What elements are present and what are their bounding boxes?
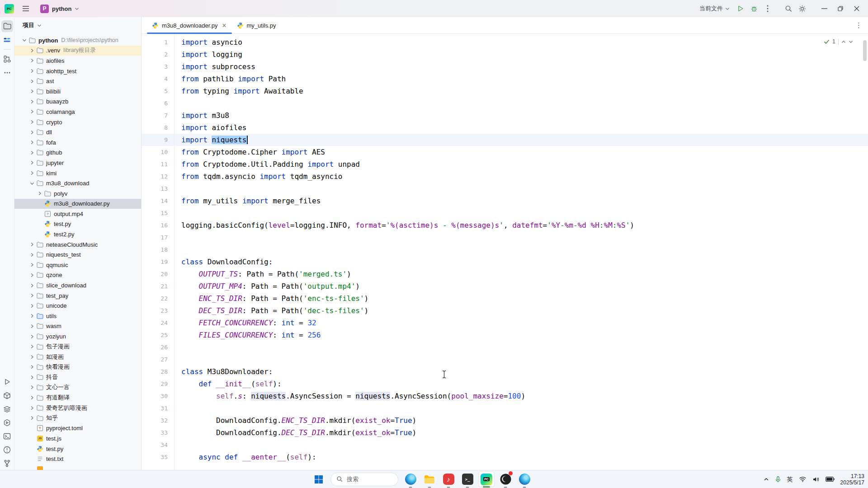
- services-tool-icon[interactable]: [1, 417, 13, 428]
- tab-close-icon[interactable]: ✕: [222, 22, 227, 29]
- chevron-right-icon[interactable]: [28, 314, 36, 318]
- tree-item[interactable]: yoziyun: [14, 331, 141, 342]
- code-line[interactable]: 10from Cryptodome.Cipher import AES: [142, 146, 868, 158]
- tree-item[interactable]: .venvlibrary根目录: [14, 46, 141, 56]
- tray-clock[interactable]: 17:13 2025/5/17: [840, 473, 864, 486]
- tree-item[interactable]: qzone: [14, 270, 141, 281]
- code-line[interactable]: 32 DownloadConfig.ENC_TS_DIR.mkdir(exist…: [142, 414, 868, 427]
- code-line[interactable]: 9import niquests: [142, 134, 868, 146]
- chevron-right-icon[interactable]: [28, 283, 36, 288]
- tree-item[interactable]: kimi: [14, 168, 141, 178]
- code-line[interactable]: 18: [142, 244, 868, 256]
- editor-tab[interactable]: m3u8_downloader.py✕: [147, 17, 232, 33]
- edge-beta-icon[interactable]: [516, 471, 533, 488]
- volume-icon[interactable]: [812, 476, 820, 483]
- file-explorer-icon[interactable]: [421, 471, 438, 488]
- chevron-right-icon[interactable]: [28, 48, 36, 53]
- tray-chevron-up-icon[interactable]: [764, 478, 769, 481]
- code-line[interactable]: 5from typing import Awaitable: [142, 85, 868, 97]
- code-line[interactable]: 7import m3u8: [142, 109, 868, 122]
- tree-item[interactable]: test.py: [14, 219, 141, 230]
- code-line[interactable]: 24 FETCH_CONCURRENCY: int = 32: [142, 317, 868, 329]
- terminal-tool-icon[interactable]: [1, 430, 13, 442]
- tree-item[interactable]: 爱奇艺叭嗒漫画: [14, 403, 141, 413]
- project-selector[interactable]: P python: [38, 3, 82, 14]
- tree-item[interactable]: wasm: [14, 321, 141, 332]
- code-line[interactable]: 4from pathlib import Path: [142, 73, 868, 85]
- chevron-right-icon[interactable]: [28, 253, 36, 257]
- chevron-right-icon[interactable]: [28, 160, 36, 165]
- tree-item[interactable]: niquests_test: [14, 249, 141, 260]
- chevron-right-icon[interactable]: [28, 375, 36, 380]
- code-line[interactable]: 22 ENC_TS_DIR: Path = Path('enc-ts-files…: [142, 292, 868, 305]
- tree-item[interactable]: 文心一言: [14, 382, 141, 393]
- run-button[interactable]: [734, 2, 747, 15]
- chevron-right-icon[interactable]: [28, 109, 36, 114]
- pycharm-icon[interactable]: PC: [478, 471, 495, 487]
- main-menu-icon[interactable]: [19, 2, 32, 15]
- tree-item[interactable]: jupyter: [14, 158, 141, 168]
- code-line[interactable]: 23 DEC_TS_DIR: Path = Path('dec-ts-files…: [142, 305, 868, 317]
- tree-item[interactable]: test2.py: [14, 229, 141, 239]
- editor-tab[interactable]: my_utils.py: [232, 17, 281, 33]
- tree-item[interactable]: dll: [14, 127, 141, 137]
- run-tool-icon[interactable]: [1, 376, 13, 388]
- tree-item[interactable]: fofa: [14, 137, 141, 148]
- chevron-right-icon[interactable]: [28, 385, 36, 389]
- tab-options-icon[interactable]: ⋮: [855, 21, 863, 29]
- code-line[interactable]: 14from my_utils import merge_files: [142, 195, 868, 207]
- code-line[interactable]: 8import aiofiles: [142, 122, 868, 134]
- code-line[interactable]: 2import logging: [142, 48, 868, 61]
- code-line[interactable]: 16logging.basicConfig(level=logging.INFO…: [142, 219, 868, 231]
- tree-item[interactable]: m3u8_downloader.py: [14, 199, 141, 209]
- code-line[interactable]: 12from tqdm.asyncio import tqdm_asyncio: [142, 170, 868, 183]
- tree-item[interactable]: 知乎: [14, 413, 141, 423]
- minimize-button[interactable]: [816, 2, 832, 15]
- code-line[interactable]: 15: [142, 207, 868, 219]
- code-line[interactable]: 29 def __init__(self):: [142, 378, 868, 390]
- chevron-right-icon[interactable]: [28, 406, 36, 410]
- code-line[interactable]: 34: [142, 439, 868, 451]
- tree-item[interactable]: Tpyproject.toml: [14, 423, 141, 434]
- chevron-right-icon[interactable]: [28, 416, 36, 420]
- tree-item[interactable]: JStest.js: [14, 433, 141, 444]
- tree-item[interactable]: polyv: [14, 188, 141, 199]
- chevron-right-icon[interactable]: [28, 263, 36, 267]
- search-everywhere-icon[interactable]: [782, 2, 795, 15]
- more-tools-icon[interactable]: [1, 67, 13, 79]
- inspections-widget[interactable]: 1: [821, 37, 856, 46]
- run-config-selector[interactable]: 当前文件: [699, 5, 730, 13]
- tree-item[interactable]: colamanga: [14, 107, 141, 117]
- code-line[interactable]: 28class M3u8Downloader:: [142, 366, 868, 378]
- tree-item[interactable]: qqmusic: [14, 260, 141, 270]
- chevron-down-icon[interactable]: [21, 38, 28, 42]
- chevron-right-icon[interactable]: [28, 120, 36, 124]
- microphone-icon[interactable]: [775, 476, 781, 483]
- chevron-right-icon[interactable]: [28, 324, 36, 328]
- tree-item[interactable]: unicode: [14, 300, 141, 311]
- chevron-right-icon[interactable]: [28, 130, 36, 135]
- code-line[interactable]: 1import asyncio: [142, 36, 868, 48]
- tree-item[interactable]: ast: [14, 76, 141, 86]
- prev-problem-icon[interactable]: [841, 40, 846, 43]
- chevron-right-icon[interactable]: [28, 293, 36, 298]
- settings-gear-icon[interactable]: [796, 2, 808, 15]
- ime-indicator[interactable]: 英: [787, 475, 793, 483]
- chevron-right-icon[interactable]: [28, 395, 36, 400]
- commit-tool-icon[interactable]: [1, 34, 13, 46]
- code-line[interactable]: 6: [142, 97, 868, 109]
- obs-icon[interactable]: [497, 471, 514, 488]
- chevron-right-icon[interactable]: [28, 150, 36, 155]
- netease-music-icon[interactable]: ♪: [440, 471, 457, 488]
- code-editor[interactable]: 1import asyncio2import logging3import su…: [142, 34, 868, 470]
- code-line[interactable]: 30 self.s: niquests.AsyncSession = nique…: [142, 390, 868, 402]
- editor-scrollbar[interactable]: [863, 40, 867, 61]
- tree-item[interactable]: aiofiles: [14, 56, 141, 66]
- python-console-icon[interactable]: [1, 403, 13, 415]
- chevron-right-icon[interactable]: [28, 344, 36, 349]
- problems-tool-icon[interactable]: [1, 444, 13, 455]
- tree-item[interactable]: m3u8_download: [14, 178, 141, 188]
- restore-button[interactable]: [833, 2, 848, 15]
- chevron-right-icon[interactable]: [28, 140, 36, 145]
- chevron-right-icon[interactable]: [28, 171, 36, 175]
